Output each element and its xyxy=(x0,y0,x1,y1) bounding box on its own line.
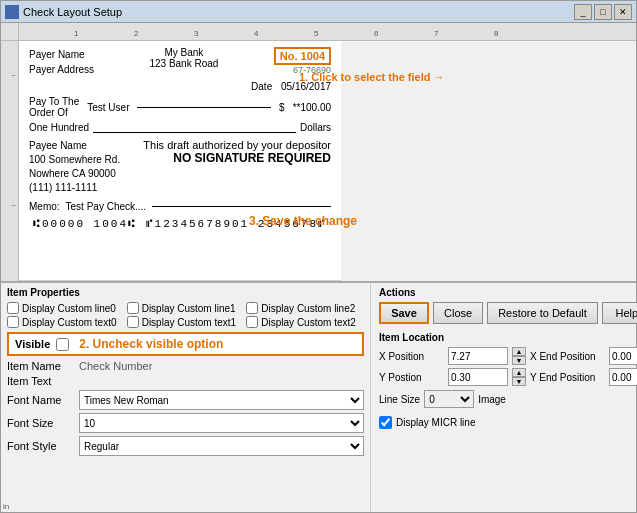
window-controls: _ □ ✕ xyxy=(574,4,632,20)
checkbox-custom-text1[interactable]: Display Custom text1 xyxy=(127,316,245,328)
pay-to-label: Pay To TheOrder Of xyxy=(29,96,79,118)
y-pos-down[interactable]: ▼ xyxy=(512,377,526,386)
item-name-value: Check Number xyxy=(79,360,364,372)
checkbox-custom-line0[interactable]: Display Custom line0 xyxy=(7,302,125,314)
ruler-mark-5: 5 xyxy=(314,29,318,38)
checkbox-custom-line0-input[interactable] xyxy=(7,302,19,314)
item-text-label: Item Text xyxy=(7,375,75,387)
close-button[interactable]: Close xyxy=(433,302,483,324)
check-top-row: Payer Name Payer Address My Bank 123 Ban… xyxy=(29,47,331,77)
side-ruler: ~ ~ xyxy=(1,41,19,281)
bank-address: 123 Bank Road xyxy=(149,58,218,69)
payee-phone: (111) 111-1111 xyxy=(29,181,120,195)
date-row: Date 05/16/2017 xyxy=(29,81,331,92)
checkbox-custom-text1-input[interactable] xyxy=(127,316,139,328)
date-label: Date xyxy=(251,81,272,92)
y-pos-label: Y Postion xyxy=(379,372,444,383)
authorized-area: This draft authorized by your depositor … xyxy=(130,139,331,195)
visible-checkbox[interactable] xyxy=(56,338,69,351)
micr-checkbox[interactable] xyxy=(379,416,392,429)
font-name-label: Font Name xyxy=(7,394,75,406)
custom-checkboxes: Display Custom line0 Display Custom line… xyxy=(7,302,364,328)
payee-address1: 100 Somewhere Rd. xyxy=(29,153,120,167)
y-pos-input[interactable] xyxy=(448,368,508,386)
y-pos-up[interactable]: ▲ xyxy=(512,368,526,377)
checkbox-custom-text0[interactable]: Display Custom text0 xyxy=(7,316,125,328)
font-size-label: Font Size xyxy=(7,417,75,429)
bank-name: My Bank xyxy=(149,47,218,58)
x-pos-down[interactable]: ▼ xyxy=(512,356,526,365)
font-style-select[interactable]: Regular Bold Italic xyxy=(79,436,364,456)
font-name-select[interactable]: Times New Roman Arial Courier New xyxy=(79,390,364,410)
line-size-select[interactable]: 0 1 2 xyxy=(424,390,474,408)
x-end-input[interactable] xyxy=(609,347,637,365)
checkbox-custom-line1-input[interactable] xyxy=(127,302,139,314)
checkbox-custom-line0-label: Display Custom line0 xyxy=(22,303,116,314)
window-title: Check Layout Setup xyxy=(23,6,122,18)
side-ruler-mark-1: ~ xyxy=(11,71,16,80)
annotation-2: 2. Uncheck visible option xyxy=(79,337,223,351)
payee-details: Payee Name 100 Somewhere Rd. Nowhere CA … xyxy=(29,139,120,195)
checkbox-custom-line2[interactable]: Display Custom line2 xyxy=(246,302,364,314)
bank-info: My Bank 123 Bank Road xyxy=(149,47,218,69)
close-button[interactable]: ✕ xyxy=(614,4,632,20)
authorized-text: This draft authorized by your depositor xyxy=(130,139,331,151)
micr-label: Display MICR line xyxy=(396,417,475,428)
memo-value: Test Pay Check.... xyxy=(66,201,147,212)
x-pos-label: X Position xyxy=(379,351,444,362)
save-button[interactable]: Save xyxy=(379,302,429,324)
item-name-label: Item Name xyxy=(7,360,75,372)
main-window: in 1 2 3 4 5 6 7 8 ~ ~ 1. Click to selec… xyxy=(0,22,637,513)
checkbox-custom-text2[interactable]: Display Custom text2 xyxy=(246,316,364,328)
font-name-row: Font Name Times New Roman Arial Courier … xyxy=(7,390,364,410)
check-inner: 1. Click to select the field → Payer Nam… xyxy=(19,41,341,280)
location-section: Item Location X Position ▲ ▼ X End Posit… xyxy=(379,332,637,429)
checkbox-custom-text0-label: Display Custom text0 xyxy=(22,317,116,328)
checkbox-custom-line1[interactable]: Display Custom line1 xyxy=(127,302,245,314)
check-number-value: 1004 xyxy=(301,50,325,62)
line-size-row: Line Size 0 1 2 Image xyxy=(379,390,637,408)
ruler-mark-8: 8 xyxy=(494,29,498,38)
y-position-row: Y Postion ▲ ▼ Y End Position ▲ ▼ xyxy=(379,368,637,386)
checkbox-custom-line2-input[interactable] xyxy=(246,302,258,314)
bottom-panels: Item Properties Display Custom line0 Dis… xyxy=(1,281,636,512)
ruler-area: in 1 2 3 4 5 6 7 8 xyxy=(1,23,636,41)
help-button[interactable]: Help xyxy=(602,302,637,324)
y-end-label: Y End Position xyxy=(530,372,605,383)
item-name-row: Item Name Check Number xyxy=(7,360,364,372)
side-ruler-mark-2: ~ xyxy=(11,201,16,210)
ruler-mark-7: 7 xyxy=(434,29,438,38)
minimize-button[interactable]: _ xyxy=(574,4,592,20)
x-pos-input[interactable] xyxy=(448,347,508,365)
ruler-mark-2: 2 xyxy=(134,29,138,38)
ruler-corner: in xyxy=(1,23,19,41)
payee-name: Payee Name xyxy=(29,139,120,153)
amount-value: **100.00 xyxy=(293,102,331,113)
micr-row: Display MICR line xyxy=(379,416,637,429)
font-size-select[interactable]: 10 8 12 14 xyxy=(79,413,364,433)
line-size-label: Line Size xyxy=(379,394,420,405)
memo-line xyxy=(152,206,331,207)
item-properties-panel: Item Properties Display Custom line0 Dis… xyxy=(1,283,371,512)
pay-to-row: Pay To TheOrder Of Test User $ **100.00 xyxy=(29,96,331,118)
payer-info: Payer Name Payer Address xyxy=(29,47,94,77)
checkbox-custom-line2-label: Display Custom line2 xyxy=(261,303,355,314)
location-title: Item Location xyxy=(379,332,637,343)
font-size-row: Font Size 10 8 12 14 xyxy=(7,413,364,433)
x-pos-up[interactable]: ▲ xyxy=(512,347,526,356)
ruler-mark-4: 4 xyxy=(254,29,258,38)
checkbox-custom-text0-input[interactable] xyxy=(7,316,19,328)
payee-box: Payee Name 100 Somewhere Rd. Nowhere CA … xyxy=(29,139,331,195)
payer-address: Payer Address xyxy=(29,62,94,77)
checkbox-custom-text2-input[interactable] xyxy=(246,316,258,328)
y-end-input[interactable] xyxy=(609,368,637,386)
x-pos-spinners: ▲ ▼ xyxy=(512,347,526,365)
checkbox-custom-text1-label: Display Custom text1 xyxy=(142,317,236,328)
check-wrapper: ~ ~ 1. Click to select the field → Payer… xyxy=(1,41,636,281)
restore-button[interactable]: Restore to Default xyxy=(487,302,598,324)
no-sig-text: NO SIGNATURE REQUIRED xyxy=(130,151,331,165)
title-bar: Check Layout Setup _ □ ✕ xyxy=(0,0,637,22)
maximize-button[interactable]: □ xyxy=(594,4,612,20)
amount-symbol: $ xyxy=(279,102,285,113)
payer-name: Payer Name xyxy=(29,47,94,62)
